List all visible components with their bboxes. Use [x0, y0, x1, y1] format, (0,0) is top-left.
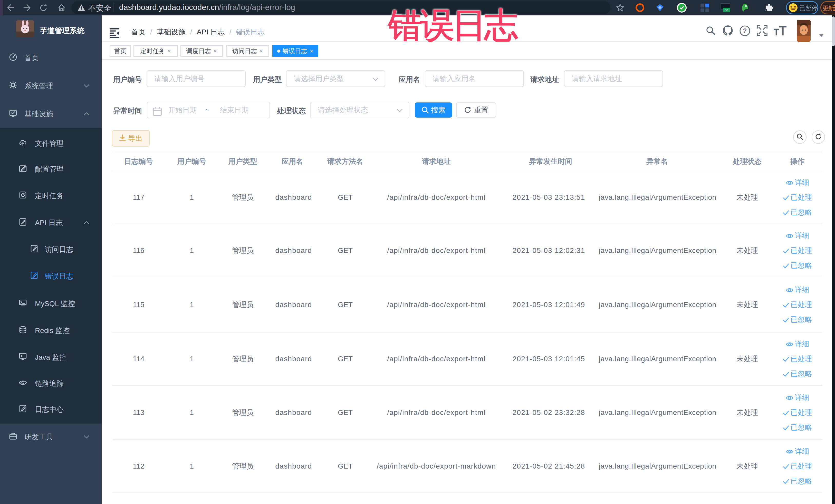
svg-text:on: on [725, 8, 728, 12]
svg-text:?: ? [743, 27, 747, 34]
